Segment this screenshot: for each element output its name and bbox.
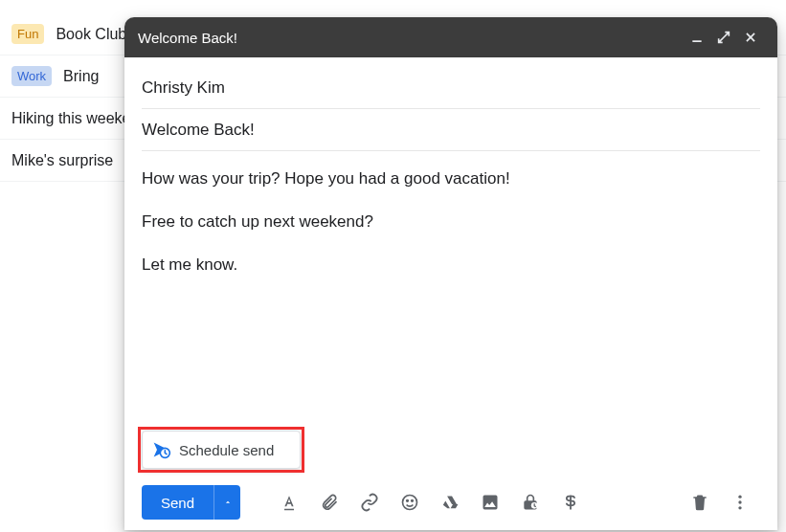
drive-icon[interactable] <box>430 485 470 520</box>
link-icon[interactable] <box>349 485 390 520</box>
schedule-send-icon <box>152 440 171 459</box>
schedule-send-menu-item[interactable]: Schedule send <box>142 431 301 469</box>
compose-body: Christy Kim Welcome Back! How was your t… <box>124 57 777 475</box>
close-icon[interactable] <box>737 24 764 51</box>
inbox-subject: Mike's surprise <box>11 152 113 169</box>
popout-icon[interactable] <box>710 24 737 51</box>
emoji-icon[interactable] <box>390 485 430 520</box>
message-body[interactable]: How was your trip? Hope you had a good v… <box>142 151 760 475</box>
svg-point-4 <box>407 500 409 502</box>
label-fun: Fun <box>11 24 44 44</box>
body-line: Free to catch up next weekend? <box>142 211 760 233</box>
confidential-icon[interactable] <box>510 485 550 520</box>
inbox-subject: Bring <box>63 68 99 85</box>
svg-point-7 <box>738 496 741 499</box>
subject-field[interactable]: Welcome Back! <box>142 109 760 151</box>
compose-header: Welcome Back! <box>124 17 777 57</box>
svg-point-3 <box>403 496 417 510</box>
send-button-group: Send <box>142 485 240 520</box>
send-button[interactable]: Send <box>142 485 213 520</box>
minimize-icon[interactable] <box>684 24 710 51</box>
image-icon[interactable] <box>470 485 510 520</box>
svg-point-8 <box>738 500 741 503</box>
send-options-button[interactable] <box>213 485 240 520</box>
body-line: Let me know. <box>142 255 760 277</box>
compose-toolbar: Send <box>124 475 777 530</box>
trash-icon[interactable] <box>680 485 720 520</box>
compose-title: Welcome Back! <box>138 30 237 46</box>
subject-value: Welcome Back! <box>142 121 255 140</box>
svg-point-5 <box>412 500 414 502</box>
schedule-send-label: Schedule send <box>179 442 274 458</box>
body-line: How was your trip? Hope you had a good v… <box>142 168 760 190</box>
more-icon[interactable] <box>720 485 760 520</box>
inbox-subject: Book Club <box>56 26 126 43</box>
to-field[interactable]: Christy Kim <box>142 67 760 109</box>
formatting-icon[interactable] <box>269 485 309 520</box>
to-value: Christy Kim <box>142 78 225 98</box>
money-icon[interactable] <box>550 485 591 520</box>
svg-point-9 <box>738 506 741 509</box>
attach-icon[interactable] <box>309 485 349 520</box>
label-work: Work <box>11 66 52 86</box>
